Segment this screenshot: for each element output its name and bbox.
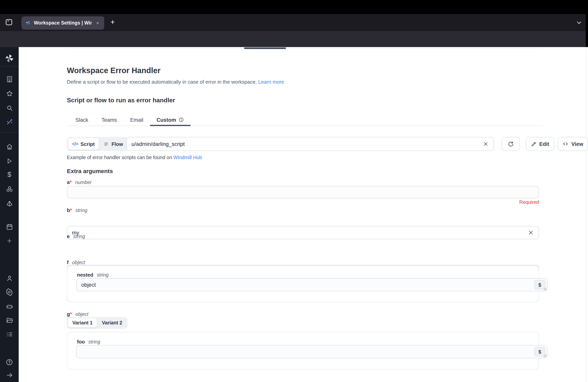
browser-sidebar-toggle-icon[interactable] (5, 18, 13, 26)
field-foo-label: foostring (77, 339, 100, 345)
info-icon (178, 117, 184, 123)
field-b-type: string (75, 208, 87, 213)
extra-arguments-heading: Extra arguments (67, 168, 113, 174)
field-b-label: b*string (67, 207, 87, 213)
required-message: Required (67, 200, 539, 205)
edit-label: Edit (539, 141, 549, 147)
sidebar-item-add-plus-icon[interactable]: + (0, 235, 19, 247)
windmill-hub-link[interactable]: Windmill Hub (173, 155, 202, 160)
window-titlebar (0, 0, 588, 14)
section-heading: Script or flow to run as error handler (67, 97, 175, 104)
sidebar-item-workspace[interactable] (0, 73, 19, 85)
tab-close-icon[interactable]: × (94, 20, 101, 26)
toggle-script[interactable]: </> Script (68, 138, 99, 150)
sidebar-item-audit-logs-list-icon[interactable] (0, 328, 19, 340)
sidebar-expand-arrow-icon[interactable] (0, 369, 19, 381)
clear-b-icon[interactable] (528, 230, 534, 236)
sidebar-item-variables-dollar-icon[interactable]: $ (0, 169, 19, 180)
resize-grip[interactable] (543, 354, 547, 358)
settings-active-tab-underline (244, 47, 286, 49)
browser-tab[interactable]: Workspace Settings | Windmill × (22, 16, 104, 30)
field-nested-name: nested (77, 272, 93, 278)
browser-toolbar: http://localhost:3000/workspace_settings… (0, 31, 588, 47)
script-path-input[interactable] (131, 141, 483, 147)
script-flow-toggle: </> Script Flow (67, 137, 128, 151)
field-a-input[interactable] (72, 189, 534, 195)
variant-2-button[interactable]: Variant 2 (98, 318, 126, 328)
view-label: View (571, 141, 583, 147)
tab-slack[interactable]: Slack (69, 114, 95, 126)
field-g-label: g*object (67, 311, 88, 317)
new-tab-button[interactable]: + (110, 18, 115, 26)
hub-note: Example of error handler scripts can be … (67, 155, 202, 160)
edit-button[interactable]: Edit (526, 137, 554, 151)
sidebar-item-home-icon[interactable] (0, 141, 19, 152)
page-subtitle-text: Define a script or flow to be executed a… (67, 79, 257, 85)
field-f-name: f (67, 259, 69, 265)
field-g-object-box: foostring $ (67, 332, 539, 370)
sidebar-item-resources-cubes-icon[interactable] (0, 183, 19, 195)
sidebar-item-settings-gear-icon[interactable] (0, 286, 19, 298)
refresh-button[interactable] (502, 137, 520, 151)
field-a-type: number (75, 180, 92, 185)
field-nested-label: nestedstring (77, 272, 109, 278)
handler-type-tabs: Slack Teams Email Custom (69, 114, 543, 126)
field-f-type: object (72, 260, 85, 265)
field-nested-input-wrap: $ (76, 278, 547, 291)
tab-teams[interactable]: Teams (95, 114, 124, 126)
field-nested-input[interactable] (81, 282, 543, 288)
app-root: Workspace Settings | Windmill × + http:/… (0, 0, 588, 382)
learn-more-link[interactable]: Learn more (258, 79, 284, 85)
sidebar-item-user-icon[interactable] (0, 272, 19, 284)
hub-note-text: Example of error handler scripts can be … (67, 155, 172, 160)
field-nested-type: string (97, 272, 109, 278)
sidebar-item-search-icon[interactable] (0, 102, 19, 114)
sidebar-item-folders-icon[interactable] (0, 314, 19, 326)
field-e-type: string (73, 234, 85, 239)
toggle-flow[interactable]: Flow (99, 138, 127, 150)
field-foo-input[interactable] (81, 349, 543, 355)
field-foo-type: string (88, 339, 100, 345)
sidebar-item-favorites[interactable] (0, 87, 19, 99)
clear-path-icon[interactable] (483, 141, 489, 147)
windmill-sidebar: $ + (0, 47, 19, 382)
required-asterisk: * (70, 179, 72, 185)
settings-content: Workspace Error Handler Define a script … (19, 47, 588, 382)
sidebar-item-help-icon[interactable] (0, 356, 19, 368)
field-f-label: fobject (67, 259, 85, 265)
toggle-flow-label: Flow (111, 141, 123, 147)
tab-custom[interactable]: Custom (150, 114, 190, 126)
field-a-label: a*number (67, 179, 92, 185)
sidebar-item-runs-play-icon[interactable] (0, 155, 19, 167)
sidebar-item-ai-wand-icon[interactable] (0, 116, 19, 127)
sidebar-item-triggers-prism-icon[interactable] (0, 198, 19, 209)
variant-1-button[interactable]: Variant 1 (68, 318, 97, 328)
view-button[interactable]: View (558, 137, 588, 151)
field-g-type: object (75, 312, 88, 317)
field-e-label: estring (67, 233, 85, 239)
field-a-name: a (67, 179, 70, 185)
field-b-input[interactable] (72, 230, 528, 236)
page-subtitle: Define a script or flow to be executed a… (67, 79, 284, 85)
field-f-object-box: nestedstring $ (67, 265, 539, 302)
flow-icon (103, 141, 109, 147)
list-tabs-chevron-icon[interactable] (576, 19, 583, 26)
toggle-script-label: Script (81, 141, 95, 147)
script-picker-row: </> Script Flow Edit View (67, 137, 543, 151)
tab-custom-label: Custom (157, 117, 176, 123)
resize-grip[interactable] (543, 287, 547, 291)
field-foo-name: foo (77, 339, 85, 345)
field-e-name: e (67, 233, 70, 239)
code-icon: </> (72, 141, 78, 147)
sidebar-item-workers-robot-icon[interactable] (0, 300, 19, 312)
tab-email[interactable]: Email (124, 114, 150, 126)
windmill-logo-icon[interactable] (0, 53, 19, 64)
field-b-name: b (67, 207, 70, 213)
field-foo-input-wrap: $ (76, 345, 547, 358)
sidebar-item-schedules-calendar-icon[interactable] (0, 221, 19, 233)
refresh-icon (507, 141, 514, 147)
windmill-favicon (25, 20, 31, 26)
sidebar-divider (0, 66, 19, 66)
script-path-field[interactable] (126, 137, 494, 151)
scrollbar-track[interactable] (586, 47, 586, 382)
